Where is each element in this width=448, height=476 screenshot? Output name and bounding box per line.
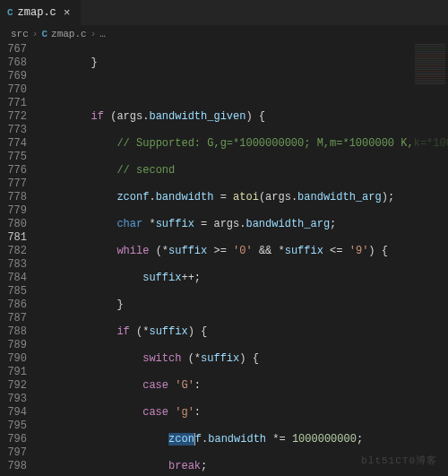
chevron-right-icon: › — [32, 29, 39, 39]
line-number: 794 — [0, 406, 27, 420]
line-number: 798 — [0, 460, 27, 473]
line-number: 768 — [0, 56, 27, 70]
line-number: 770 — [0, 83, 27, 97]
tab-label: zmap.c — [18, 6, 56, 19]
line-number: 797 — [0, 446, 27, 460]
line-number: 777 — [0, 177, 27, 191]
breadcrumb-ellipsis[interactable]: … — [99, 29, 106, 39]
line-number: 775 — [0, 151, 27, 164]
line-number: 773 — [0, 124, 27, 137]
breadcrumb-src[interactable]: src — [11, 29, 29, 39]
line-number: 785 — [0, 285, 27, 299]
line-number: 796 — [0, 433, 27, 446]
line-number: 790 — [0, 352, 27, 366]
line-number: 783 — [0, 258, 27, 272]
line-number: 788 — [0, 325, 27, 339]
line-number: 776 — [0, 164, 27, 177]
tab-zmap[interactable]: C zmap.c × — [0, 0, 82, 25]
line-number: 791 — [0, 366, 27, 379]
selection: zcon — [168, 433, 194, 446]
line-number: 793 — [0, 393, 27, 406]
line-number-gutter: 7677687697707717727737747757767777787797… — [0, 43, 39, 476]
chevron-right-icon: › — [90, 29, 97, 39]
line-number: 792 — [0, 379, 27, 393]
line-number: 771 — [0, 97, 27, 110]
code-area[interactable]: } if (args.bandwidth_given) { // Support… — [39, 43, 448, 476]
line-number: 787 — [0, 312, 27, 325]
c-file-icon: C — [41, 29, 47, 39]
line-number: 795 — [0, 420, 27, 433]
line-number: 774 — [0, 137, 27, 151]
minimap[interactable] — [412, 43, 448, 476]
watermark: blt51CT0博客 — [361, 454, 437, 467]
breadcrumb-file[interactable]: zmap.c — [51, 29, 87, 39]
breadcrumb[interactable]: src › C zmap.c › … — [0, 25, 448, 43]
line-number: 781 — [0, 231, 27, 245]
line-number: 789 — [0, 339, 27, 352]
line-number: 782 — [0, 245, 27, 258]
line-number: 786 — [0, 299, 27, 312]
line-number: 778 — [0, 191, 27, 204]
line-number: 767 — [0, 43, 27, 56]
line-number: 772 — [0, 110, 27, 124]
tab-bar: C zmap.c × — [0, 0, 448, 25]
line-number: 769 — [0, 70, 27, 83]
editor[interactable]: 7677687697707717727737747757767777787797… — [0, 43, 448, 476]
close-icon[interactable]: × — [61, 6, 73, 20]
line-number: 784 — [0, 272, 27, 285]
line-number: 780 — [0, 218, 27, 231]
line-number: 779 — [0, 204, 27, 218]
c-file-icon: C — [7, 7, 13, 18]
